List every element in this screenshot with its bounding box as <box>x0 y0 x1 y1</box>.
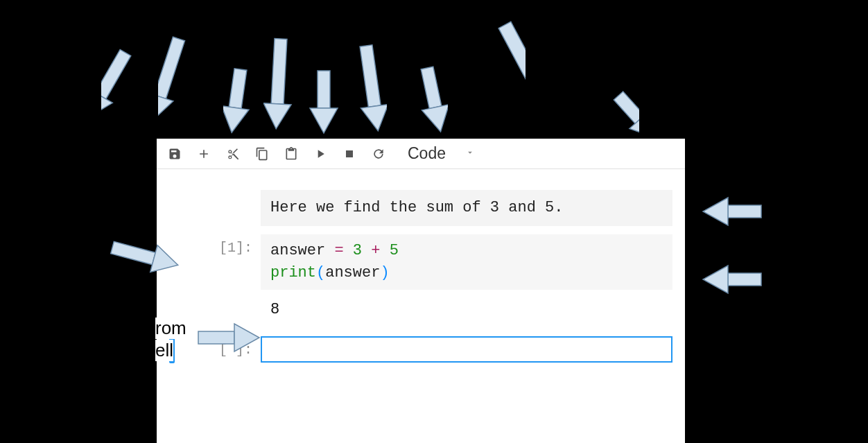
cropped-label-bottom: ell <box>155 340 173 361</box>
plus-icon <box>197 147 211 161</box>
markdown-cell[interactable]: Here we find the sum of 3 and 5. <box>157 190 685 226</box>
output-content-1: 8 <box>261 295 289 324</box>
save-button[interactable] <box>162 141 187 166</box>
cell-type-select[interactable]: Code <box>398 141 482 166</box>
cell-select-bar <box>169 234 175 290</box>
svg-rect-14 <box>498 21 526 101</box>
code-token: 5 <box>390 242 399 259</box>
annotation-arrow <box>263 33 298 137</box>
svg-rect-22 <box>111 241 156 264</box>
notebook-panel: Code Here we find the sum of 3 and 5. [1… <box>157 139 685 443</box>
svg-rect-10 <box>360 45 381 107</box>
svg-marker-19 <box>703 198 728 225</box>
code-token: + <box>362 242 390 259</box>
annotation-arrow <box>101 46 150 136</box>
clipboard-icon <box>284 147 298 161</box>
svg-marker-9 <box>310 108 338 133</box>
svg-rect-4 <box>229 69 247 109</box>
svg-marker-11 <box>361 104 387 132</box>
chevron-down-icon <box>465 148 475 160</box>
svg-rect-0 <box>101 50 131 99</box>
code-prompt-1: [1]: <box>179 234 261 261</box>
svg-rect-12 <box>421 67 442 108</box>
copy-button[interactable] <box>250 141 275 166</box>
refresh-icon <box>372 147 385 161</box>
scissors-icon <box>226 147 240 161</box>
add-cell-button[interactable] <box>191 141 216 166</box>
save-icon <box>168 147 182 161</box>
code-token: print <box>270 264 316 281</box>
stop-button[interactable] <box>337 141 362 166</box>
annotation-arrow <box>406 62 448 146</box>
cell-type-label: Code <box>408 144 446 163</box>
svg-marker-13 <box>422 105 448 135</box>
svg-marker-5 <box>223 106 249 134</box>
code-token: 3 <box>353 242 362 259</box>
svg-rect-8 <box>318 71 330 108</box>
svg-marker-21 <box>703 266 728 293</box>
annotation-arrow <box>345 40 387 144</box>
svg-marker-3 <box>158 93 173 125</box>
annotation-arrow <box>692 262 768 297</box>
annotation-arrow <box>692 194 768 229</box>
svg-rect-16 <box>614 92 639 123</box>
cut-button[interactable] <box>220 141 245 166</box>
code-token: answer <box>270 242 325 259</box>
empty-prompt: [ ]: <box>179 336 261 363</box>
prompt-empty <box>179 190 261 201</box>
restart-button[interactable] <box>366 141 391 166</box>
code-cell-empty[interactable]: [ ]: <box>157 336 685 363</box>
svg-rect-18 <box>728 205 761 218</box>
copy-icon <box>255 147 269 161</box>
code-token: ( <box>316 264 325 281</box>
prompt-empty <box>179 295 261 306</box>
annotation-arrow <box>158 32 200 136</box>
output-cell-1: 8 <box>157 295 685 324</box>
svg-rect-6 <box>271 39 287 105</box>
run-button[interactable] <box>308 141 333 166</box>
svg-rect-2 <box>158 37 185 98</box>
notebook-toolbar: Code <box>157 139 685 169</box>
annotation-arrow <box>306 65 341 141</box>
stop-icon <box>342 147 356 161</box>
code-cell-1[interactable]: [1]: answer = 3 + 5 print(answer) <box>157 234 685 290</box>
cells-area: Here we find the sum of 3 and 5. [1]: an… <box>157 169 685 363</box>
cropped-label-top: rom <box>155 318 186 339</box>
markdown-content[interactable]: Here we find the sum of 3 and 5. <box>261 190 672 226</box>
code-token: answer <box>325 264 380 281</box>
annotation-arrow <box>456 18 526 150</box>
play-icon <box>313 147 327 161</box>
annotation-arrow <box>223 64 258 140</box>
svg-marker-7 <box>263 103 291 130</box>
code-content-1[interactable]: answer = 3 + 5 print(answer) <box>261 234 672 290</box>
svg-marker-1 <box>101 89 112 124</box>
code-token: ) <box>380 264 389 281</box>
empty-code-input[interactable] <box>261 336 672 363</box>
paste-button[interactable] <box>279 141 304 166</box>
svg-rect-20 <box>728 273 761 286</box>
cell-select-bar <box>169 190 175 226</box>
code-token: = <box>325 242 353 259</box>
